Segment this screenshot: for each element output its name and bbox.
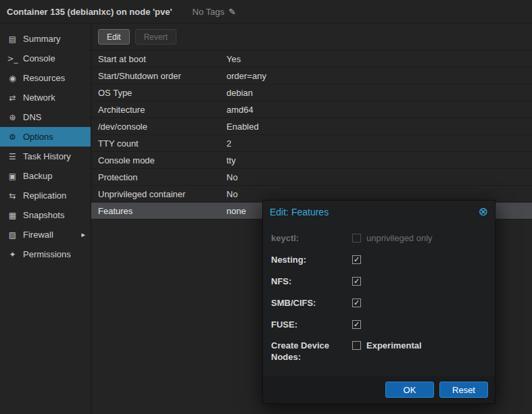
feature-note: unprivileged only [366,233,433,244]
options-table: Start at boot Yes Start/Shutdown order o… [91,51,532,219]
edit-features-dialog: Edit: Features ⊗ keyctl: unprivileged on… [262,200,495,404]
task-history-icon: ☰ [7,152,18,161]
option-label: Unprivileged container [91,189,226,199]
option-label: Protection [91,172,226,182]
pencil-icon[interactable]: ✎ [228,7,236,17]
table-row[interactable]: OS Type debian [91,84,532,101]
feature-label: Create Device Nodes: [271,340,344,363]
feature-field: keyctl: unprivileged only [271,233,487,244]
permissions-icon: ✦ [7,250,18,259]
replication-icon: ⇆ [7,191,18,201]
tags-control[interactable]: No Tags ✎ [193,7,236,17]
dialog-title: Edit: Features [270,207,329,217]
console-icon: >_ [7,54,18,63]
feature-checkbox [352,234,361,242]
sidebar-item[interactable]: ▣ Backup ▸ [0,166,91,186]
summary-icon: ▤ [7,34,18,44]
tags-label: No Tags [193,7,224,17]
revert-button[interactable]: Revert [135,29,176,45]
option-label: /dev/console [91,122,226,132]
close-icon[interactable]: ⊗ [479,206,488,217]
option-label: OS Type [91,88,226,98]
feature-checkbox[interactable] [352,277,361,286]
sidebar-item[interactable]: ⚙ Options ▸ [0,127,91,147]
sidebar-item[interactable]: ⊕ DNS ▸ [0,107,91,127]
feature-field: FUSE: [271,319,487,331]
dialog-body: keyctl: unprivileged only Nesting: NFS: … [263,224,495,376]
edit-button[interactable]: Edit [98,29,130,45]
option-value: No [226,172,532,182]
feature-label: FUSE: [271,319,344,331]
dialog-header[interactable]: Edit: Features ⊗ [263,201,495,224]
option-label: Console mode [91,155,226,165]
sidebar-item[interactable]: ▦ Snapshots ▸ [0,205,91,225]
option-label: Architecture [91,105,226,115]
feature-checkbox[interactable] [352,255,361,264]
option-label: Features [91,206,226,216]
feature-label: NFS: [271,276,344,288]
sidebar-item-label: Console [23,53,85,63]
option-value: No [226,189,532,199]
resources-icon: ◉ [7,74,18,83]
sidebar-item-label: Summary [23,34,85,44]
sidebar: ▤ Summary ▸ >_ Console ▸ ◉ Resources ▸ ⇄… [0,24,91,414]
table-row[interactable]: Start at boot Yes [91,51,532,68]
option-label: TTY count [91,138,226,149]
table-row[interactable]: Protection No [91,169,532,186]
sidebar-item[interactable]: ▤ Summary ▸ [0,29,91,49]
feature-label: SMB/CIFS: [271,298,344,309]
chevron-right-icon: ▸ [81,230,85,239]
sidebar-item-label: Snapshots [23,210,85,220]
table-row[interactable]: TTY count 2 [91,135,532,152]
feature-checkbox[interactable] [352,299,361,307]
sidebar-item[interactable]: ◉ Resources ▸ [0,68,91,88]
table-row[interactable]: Architecture amd64 [91,101,532,118]
option-value: order=any [226,71,532,81]
feature-field: Nesting: [271,255,487,266]
proxmox-app: Container 135 (debianlxc) on node 'pve' … [0,0,532,414]
sidebar-item[interactable]: ⇆ Replication ▸ [0,186,91,205]
sidebar-item-label: Backup [23,171,85,181]
header: Container 135 (debianlxc) on node 'pve' … [0,0,532,24]
ok-button[interactable]: OK [385,382,434,398]
firewall-icon: ▨ [7,230,18,240]
feature-label: Nesting: [271,255,344,266]
toolbar: Edit Revert [91,24,532,51]
feature-field: Create Device Nodes: Experimental [271,340,487,363]
feature-label: keyctl: [271,233,344,244]
option-label: Start at boot [91,54,226,64]
option-value: amd64 [226,105,532,115]
table-row[interactable]: Start/Shutdown order order=any [91,68,532,84]
sidebar-item-label: Resources [23,73,85,83]
option-value: debian [226,88,532,98]
option-value: tty [226,155,532,165]
dialog-footer: OK Reset [263,376,495,403]
sidebar-item-label: Firewall [23,230,81,240]
sidebar-item-label: Network [23,93,85,103]
sidebar-item-label: Task History [23,151,85,161]
option-value: Enabled [226,122,532,132]
feature-note: Experimental [366,340,422,351]
feature-field: NFS: [271,276,487,288]
sidebar-item-label: Permissions [23,249,85,259]
table-row[interactable]: Console mode tty [91,152,532,169]
feature-checkbox[interactable] [352,320,361,329]
network-icon: ⇄ [7,93,18,103]
snapshots-icon: ▦ [7,211,18,220]
option-label: Start/Shutdown order [91,71,226,81]
option-value: Yes [226,54,532,64]
sidebar-item-label: Options [23,132,85,142]
options-icon: ⚙ [7,132,18,142]
sidebar-item[interactable]: ☰ Task History ▸ [0,147,91,166]
sidebar-item[interactable]: ✦ Permissions ▸ [0,244,91,264]
dns-icon: ⊕ [7,113,18,122]
sidebar-item[interactable]: ▨ Firewall ▸ [0,225,91,244]
sidebar-item-label: Replication [23,190,85,201]
table-row[interactable]: /dev/console Enabled [91,118,532,135]
option-value: 2 [226,138,532,149]
reset-button[interactable]: Reset [439,382,488,398]
sidebar-item[interactable]: ⇄ Network ▸ [0,88,91,107]
feature-checkbox[interactable] [352,341,361,350]
page-title: Container 135 (debianlxc) on node 'pve' [7,7,172,17]
sidebar-item[interactable]: >_ Console ▸ [0,49,91,68]
